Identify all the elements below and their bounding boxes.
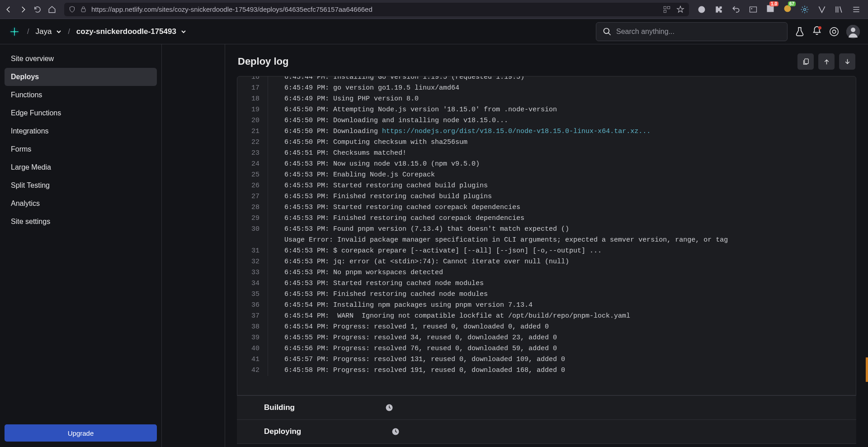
line-number: 24 [237,159,268,170]
line-number: 18 [237,94,268,105]
line-content: 6:45:50 PM: Attempting Node.js version '… [268,105,557,115]
line-content: Usage Error: Invalid package manager spe… [268,235,728,246]
labs-icon[interactable] [795,27,805,37]
sidebar-item-analytics[interactable]: Analytics [5,195,157,213]
copy-log-button[interactable] [797,53,814,70]
line-number: 31 [237,246,268,257]
gear-icon[interactable] [800,5,809,14]
hamburger-icon[interactable] [852,5,861,14]
log-line: 186:45:49 PM: Using PHP version 8.0 [237,94,856,105]
sidebar-item-split-testing[interactable]: Split Testing [5,176,157,195]
svg-point-9 [804,8,806,10]
log-line: 356:45:53 PM: Finished restoring cached … [237,289,856,300]
breadcrumb-team[interactable]: Jaya [35,27,61,36]
line-number: 39 [237,333,268,343]
log-line: 256:45:53 PM: Enabling Node.js Corepack [237,170,856,181]
line-number: 37 [237,311,268,322]
log-line: 396:45:55 PM: Progress: resolved 34, reu… [237,333,856,343]
sidebar-item-site-settings[interactable]: Site settings [5,213,157,231]
breadcrumb-team-label: Jaya [35,27,52,36]
reload-icon[interactable] [33,5,42,14]
line-content: 6:45:49 PM: go version go1.19.5 linux/am… [268,83,459,94]
line-content: 6:45:53 PM: Found pnpm version (7.13.4) … [268,224,569,235]
section-title: Deploying [264,427,301,436]
upgrade-button[interactable]: Upgrade [5,424,157,442]
line-number: 35 [237,289,268,300]
avatar[interactable] [846,25,860,38]
ext-badge-1[interactable]: 1.0 [766,4,775,15]
section-title: Building [264,403,295,412]
app-header: / Jaya / cozy-snickerdoodle-175493 Searc… [0,19,868,44]
search-placeholder: Search anything... [616,28,675,36]
line-content: 6:45:53 PM: Now using node v18.15.0 (npm… [268,159,480,170]
log-line: 406:45:56 PM: Progress: resolved 76, reu… [237,343,856,354]
line-content: 6:45:55 PM: Progress: resolved 34, reuse… [268,333,557,343]
section-building[interactable]: Building [237,395,856,419]
badge-value: 1.0 [769,1,778,6]
line-content: 6:45:53 PM: Finished restoring cached no… [268,289,488,300]
line-content: 6:45:53 PM: Started restoring cached bui… [268,181,488,191]
log-actions [797,53,855,70]
sidebar-item-forms[interactable]: Forms [5,140,157,158]
line-number: 27 [237,191,268,202]
qr-icon[interactable] [663,5,671,14]
clock-icon [392,428,400,436]
line-number: 42 [237,365,268,376]
notifications-button[interactable] [812,26,822,38]
sidebar-item-site-overview[interactable]: Site overview [5,50,157,68]
svg-point-12 [830,27,838,35]
forward-icon[interactable] [19,5,27,14]
sidebar-item-large-media[interactable]: Large Media [5,158,157,176]
log-line: 166:45:44 PM: Installing Go version 1.19… [237,76,856,83]
puzzle-icon[interactable] [714,5,723,14]
log-lines[interactable]: 166:45:44 PM: Installing Go version 1.19… [237,76,856,395]
address-bar[interactable]: https://app.netlify.com/sites/cozy-snick… [64,3,689,16]
svg-rect-2 [668,6,670,9]
breadcrumb-site[interactable]: cozy-snickerdoodle-175493 [76,27,186,36]
lock-icon [80,6,87,13]
library-icon[interactable] [835,5,844,14]
log-line: 206:45:50 PM: Downloading and installing… [237,115,856,126]
scroll-top-button[interactable] [818,53,835,70]
line-number: 32 [237,257,268,267]
bookmark-star-icon[interactable] [676,5,684,14]
svg-rect-16 [804,59,808,64]
svg-rect-1 [664,6,666,9]
sidebar-item-integrations[interactable]: Integrations [5,122,157,140]
search-input[interactable]: Search anything... [596,22,788,41]
sidebar-item-edge-functions[interactable]: Edge Functions [5,104,157,122]
header-right: Search anything... [596,22,860,41]
line-number: 19 [237,105,268,115]
crumb-sep: / [68,28,70,36]
back-icon[interactable] [5,5,13,14]
line-content: 6:45:53 PM: No pnpm workspaces detected [268,267,443,278]
ext-badge-2[interactable]: 67 [783,4,792,15]
log-link[interactable]: https://nodejs.org/dist/v18.15.0/node-v1… [382,128,651,135]
ext-icon[interactable] [697,5,706,14]
line-content: 6:45:53 PM: Started restoring cached nod… [268,278,484,289]
undo-icon[interactable] [731,5,741,14]
line-content: 6:45:49 PM: Using PHP version 8.0 [268,94,419,105]
crumb-sep: / [27,28,29,36]
section-deploying[interactable]: Deploying [237,419,856,443]
line-number: 38 [237,322,268,333]
image-icon[interactable] [749,5,758,14]
v-icon[interactable] [817,5,826,14]
log-line: 216:45:50 PM: Downloading https://nodejs… [237,126,856,137]
svg-rect-5 [750,7,757,12]
log-line: 316:45:53 PM: $ corepack prepare [--acti… [237,246,856,257]
help-icon[interactable] [829,27,839,37]
avatar-icon [846,25,860,38]
line-number: 30 [237,224,268,235]
log-line: 416:45:57 PM: Progress: resolved 131, re… [237,354,856,365]
log-line: 426:45:58 PM: Progress: resolved 191, re… [237,365,856,376]
line-content: 6:45:54 PM: Installing npm packages usin… [268,300,533,311]
scroll-bottom-button[interactable] [839,53,855,70]
line-number: 25 [237,170,268,181]
netlify-logo[interactable] [8,25,21,38]
home-icon[interactable] [48,5,56,14]
sidebar-item-deploys[interactable]: Deploys [5,68,157,86]
line-number: 23 [237,148,268,159]
sidebar-item-functions[interactable]: Functions [5,86,157,104]
log-line: Usage Error: Invalid package manager spe… [237,235,856,246]
